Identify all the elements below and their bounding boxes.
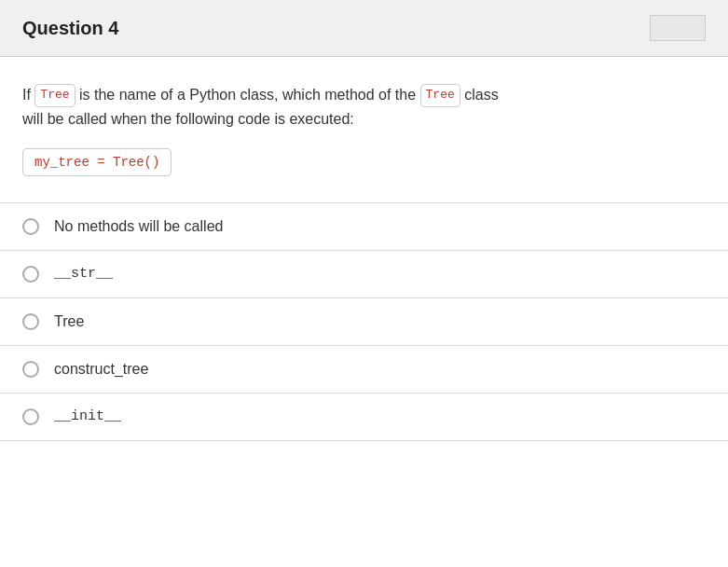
radio-circle-5[interactable] [22,408,39,425]
radio-circle-1[interactable] [22,218,39,235]
text-before: If [22,87,31,103]
inline-class-badge-1: Tree [34,84,75,107]
text-middle: is the name of a Python class, which met… [79,87,420,103]
question-text: If Tree is the name of a Python class, w… [22,83,706,131]
options-list: No methods will be called__str__Treecons… [0,202,728,441]
code-snippet: my_tree = Tree() [34,155,159,170]
code-block: my_tree = Tree() [22,148,172,176]
page-container: Question 4 If Tree is the name of a Pyth… [0,0,728,567]
option-item[interactable]: Tree [0,298,728,346]
header-right-box [650,15,706,41]
radio-circle-3[interactable] [22,313,39,330]
option-item[interactable]: __init__ [0,394,728,441]
inline-class-badge-2: Tree [420,84,460,107]
question-header: Question 4 [0,0,728,57]
option-item[interactable]: No methods will be called [0,202,728,251]
option-label-1: No methods will be called [54,218,223,235]
question-body: If Tree is the name of a Python class, w… [0,57,728,202]
option-label-4: construct_tree [54,361,148,378]
option-item[interactable]: __str__ [0,251,728,298]
option-item[interactable]: construct_tree [0,346,728,394]
option-label-3: Tree [54,313,84,330]
radio-circle-4[interactable] [22,361,39,378]
question-title: Question 4 [22,18,118,39]
option-label-2: __str__ [54,266,113,282]
option-label-5: __init__ [54,408,121,424]
radio-circle-2[interactable] [22,266,39,283]
